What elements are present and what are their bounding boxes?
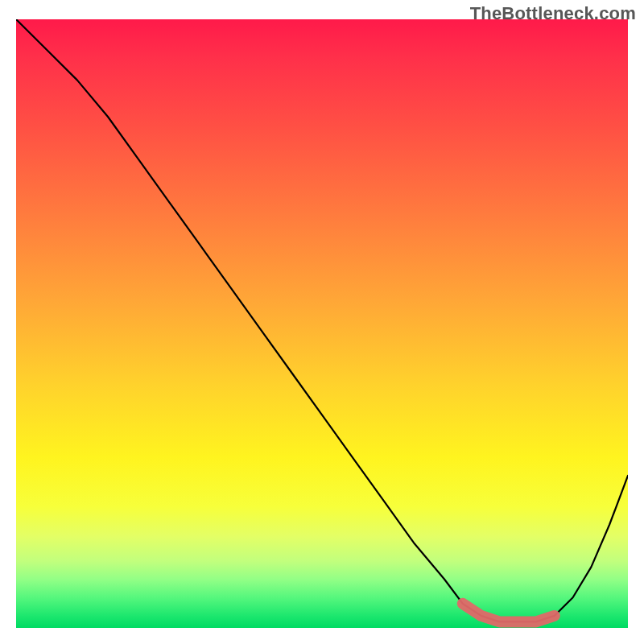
watermark-text: TheBottleneck.com [470,3,636,24]
chart-overlay [16,19,628,628]
optimal-zone-highlight [463,604,555,622]
bottleneck-chart: TheBottleneck.com [0,0,644,644]
bottleneck-curve-path [16,19,628,621]
plot-area [16,19,628,628]
